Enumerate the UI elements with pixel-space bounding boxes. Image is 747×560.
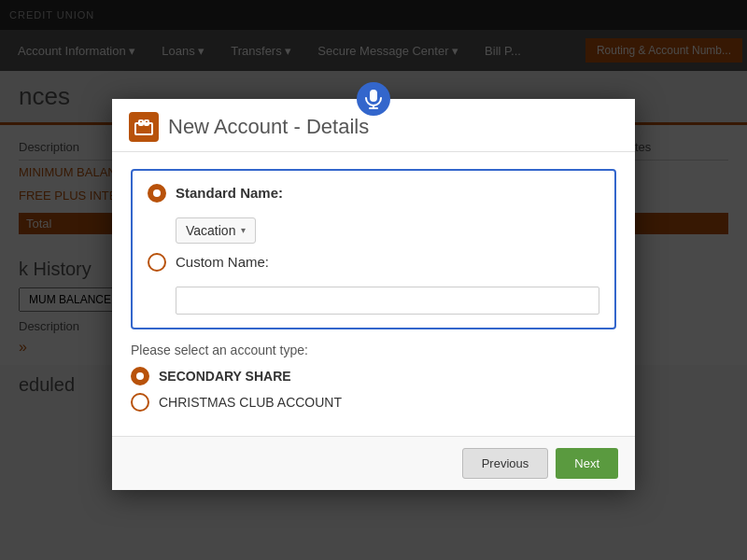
new-account-modal: New Account - Details Standard Name: Vac… bbox=[112, 99, 635, 490]
secondary-share-radio[interactable] bbox=[131, 367, 149, 385]
svg-rect-0 bbox=[370, 90, 377, 102]
account-type-christmas-club[interactable]: CHRISTMAS CLUB ACCOUNT bbox=[131, 393, 616, 412]
christmas-club-label: CHRISTMAS CLUB ACCOUNT bbox=[159, 395, 342, 410]
standard-name-value: Vacation bbox=[186, 223, 235, 238]
modal-footer: Previous Next bbox=[112, 436, 635, 490]
secondary-share-label: SECONDARY SHARE bbox=[159, 369, 291, 384]
modal-body: Standard Name: Vacation ▾ Custom Name: bbox=[112, 152, 635, 436]
name-section: Standard Name: Vacation ▾ Custom Name: bbox=[131, 169, 616, 329]
account-type-secondary-share[interactable]: SECONDARY SHARE bbox=[131, 367, 616, 385]
mic-icon bbox=[357, 82, 390, 116]
standard-name-row: Standard Name: bbox=[148, 184, 599, 203]
custom-name-label: Custom Name: bbox=[176, 254, 269, 270]
next-button[interactable]: Next bbox=[556, 448, 618, 479]
dropdown-arrow-icon: ▾ bbox=[241, 225, 246, 235]
modal-overlay: New Account - Details Standard Name: Vac… bbox=[0, 0, 747, 560]
custom-name-row: Custom Name: bbox=[148, 253, 599, 272]
custom-name-input[interactable] bbox=[176, 287, 599, 315]
previous-button[interactable]: Previous bbox=[462, 448, 549, 479]
christmas-club-radio[interactable] bbox=[131, 393, 149, 412]
standard-name-radio[interactable] bbox=[148, 184, 166, 203]
custom-name-radio[interactable] bbox=[148, 253, 166, 272]
standard-name-dropdown[interactable]: Vacation ▾ bbox=[176, 217, 256, 244]
standard-name-label: Standard Name: bbox=[176, 185, 283, 201]
svg-rect-3 bbox=[135, 123, 152, 134]
modal-title: New Account - Details bbox=[168, 115, 369, 139]
account-type-prompt: Please select an account type: bbox=[131, 343, 616, 357]
modal-header-icon bbox=[129, 112, 159, 142]
